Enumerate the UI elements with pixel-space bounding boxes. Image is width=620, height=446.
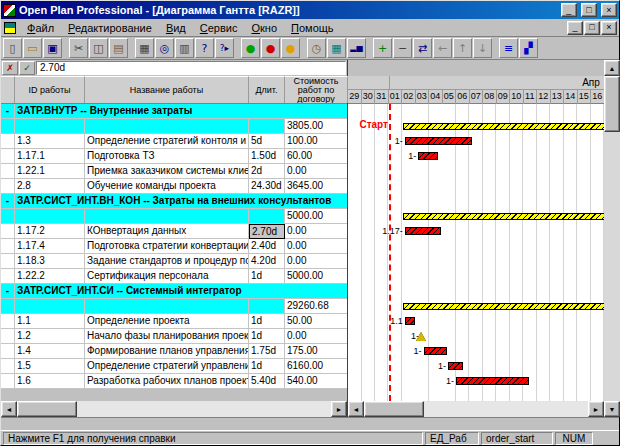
header-cost[interactable]: Стоимость работ по договору (285, 76, 348, 103)
total-row[interactable]: 5000.00 (1, 209, 347, 224)
summary-bar[interactable] (403, 123, 604, 130)
task-row[interactable]: 1.22.2Сертификация персонала1d5000.00 (1, 269, 347, 284)
task-bar[interactable] (405, 317, 416, 325)
menu-help[interactable]: Помощь (284, 20, 341, 36)
minimize-button[interactable]: _ (561, 3, 577, 17)
remove-activity-button[interactable]: − (393, 38, 412, 58)
scroll-right-button[interactable]: ► (331, 401, 347, 417)
histogram-button[interactable]: ▂▅ (347, 38, 366, 58)
cell-task-name: Подготовка стратегии конвертации (85, 239, 249, 254)
network-view-button[interactable]: ▞ (519, 38, 538, 58)
collapse-toggle[interactable]: - (1, 104, 15, 119)
total-row[interactable]: 3805.00 (1, 119, 347, 134)
task-row[interactable]: 1.3Определение стратегий контоля и отч5d… (1, 134, 347, 149)
maximize-button[interactable]: □ (581, 3, 597, 17)
clock-button[interactable]: ◷ (307, 38, 326, 58)
task-row[interactable]: 2.8Обучение команды проекта24.30d3645.00 (1, 179, 347, 194)
gantt-row: 1- (348, 374, 604, 389)
help-icon: ? (202, 43, 208, 54)
scroll-left-button[interactable]: ◄ (1, 401, 17, 417)
print-preview-button[interactable]: ◎ (155, 38, 174, 58)
save-file-button[interactable]: ▣ (43, 38, 62, 58)
cancel-edit-button[interactable]: ✗ (2, 61, 18, 75)
vscroll-track[interactable] (604, 132, 620, 401)
close-button[interactable]: × (601, 3, 617, 17)
menu-edit[interactable]: Редактирование (61, 20, 159, 36)
menu-file[interactable]: Файл (20, 20, 61, 36)
scroll-right-button[interactable]: ► (588, 401, 604, 417)
link-activities-button[interactable]: ⇄ (413, 38, 432, 58)
milestone-marker[interactable] (416, 332, 426, 341)
hscroll-track[interactable] (77, 401, 331, 417)
help-button[interactable]: ? (195, 38, 214, 58)
collapse-toggle[interactable]: - (1, 284, 15, 299)
duration-edit-cell[interactable]: 2.70d (249, 224, 285, 239)
confirm-edit-button[interactable]: ✓ (19, 61, 35, 75)
section-row[interactable]: -ЗАТР.ВНУТР -- Внутренние затраты (1, 104, 347, 119)
task-row[interactable]: 1.17.2КОнвертация данных2.70d0.00 (1, 224, 347, 239)
paste-button[interactable]: ▤ (109, 38, 128, 58)
print-button[interactable]: ▦ (135, 38, 154, 58)
collapse-toggle[interactable]: - (1, 194, 15, 209)
task-bar[interactable] (456, 377, 529, 385)
report-button[interactable]: ▥ (175, 38, 194, 58)
hscroll-track[interactable] (424, 401, 588, 417)
child-restore-button[interactable]: □ (584, 21, 600, 35)
open-folder-button[interactable]: ▭ (23, 38, 42, 58)
copy-button[interactable]: ◫ (89, 38, 108, 58)
cell-task-id (15, 209, 85, 224)
task-row[interactable]: 1.17.1Подготовка ТЗ1.50d60.00 (1, 149, 347, 164)
cell-task-id: 1.17.1 (15, 149, 85, 164)
task-row[interactable]: 1.17.4Подготовка стратегии конвертации2.… (1, 239, 347, 254)
start-line-marker (389, 104, 391, 401)
header-task-id[interactable]: ID работы (15, 76, 85, 103)
gantt-view-button[interactable]: ≡ (499, 38, 518, 58)
task-bar[interactable] (405, 227, 441, 235)
hscroll-thumb[interactable] (364, 401, 424, 417)
hscroll-thumb[interactable] (17, 401, 77, 417)
task-row[interactable]: 1.4Формирование планов управления1.75d17… (1, 344, 347, 359)
day-header-cell: 30 (362, 90, 376, 104)
scroll-up-button[interactable]: ▲ (604, 60, 620, 76)
day-header-cell: 29 (348, 90, 362, 104)
progress-red-button[interactable]: ● (261, 38, 280, 58)
gantt-header: Апр 293031010203040506070809101112131415… (348, 76, 604, 104)
task-bar[interactable] (405, 137, 473, 145)
section-row[interactable]: -ЗАТР.СИСТ_ИНТ.ВН_КОН -- Затраты на внеш… (1, 194, 347, 209)
summary-bar[interactable] (403, 303, 604, 310)
calendar-button[interactable]: ▦ (327, 38, 346, 58)
task-row[interactable]: 1.5Определение стратегий управления и1d6… (1, 359, 347, 374)
task-row[interactable]: 1.1Определение проекта1d50.00 (1, 314, 347, 329)
menu-view[interactable]: Вид (159, 20, 193, 36)
header-task-name[interactable]: Название работы (85, 76, 249, 103)
progress-yellow-button[interactable]: ● (281, 38, 300, 58)
add-activity-button[interactable]: + (373, 38, 392, 58)
child-window-icon[interactable] (4, 22, 16, 34)
progress-green-button[interactable]: ● (241, 38, 260, 58)
summary-bar[interactable] (403, 213, 604, 220)
scroll-left-button[interactable]: ◄ (348, 401, 364, 417)
row-gutter (1, 239, 15, 254)
new-file-button[interactable]: ▯ (3, 38, 22, 58)
menu-service[interactable]: Сервис (193, 20, 245, 36)
cell-cost: 0.00 (285, 164, 347, 179)
section-row[interactable]: -ЗАТР.СИСТ_ИНТ.СИ -- Системный интеграто… (1, 284, 347, 299)
child-close-button[interactable]: × (601, 21, 617, 35)
task-bar[interactable] (448, 362, 463, 370)
day-header-cell: 01 (389, 90, 403, 104)
task-bar[interactable] (424, 347, 448, 355)
task-row[interactable]: 1.6Разработка рабочих планов проекта5.40… (1, 374, 347, 389)
context-help-button[interactable]: ?▸ (215, 38, 234, 58)
child-minimize-button[interactable]: _ (567, 21, 583, 35)
cut-button[interactable]: ✂ (69, 38, 88, 58)
menu-window[interactable]: Окно (244, 20, 284, 36)
vscroll-thumb[interactable] (604, 76, 620, 132)
edit-field[interactable]: 2.70d (36, 61, 346, 75)
scroll-down-button[interactable]: ▼ (604, 401, 620, 417)
task-bar[interactable] (418, 152, 438, 160)
task-row[interactable]: 1.18.3Задание стандартов и процедур по д… (1, 254, 347, 269)
header-duration[interactable]: Длит. (249, 76, 285, 103)
total-row[interactable]: 29260.68 (1, 299, 347, 314)
task-row[interactable]: 1.22.1Приемка заказчиком системы клиент2… (1, 164, 347, 179)
task-row[interactable]: 1.2Начало фазы планирования проекта1d0.0… (1, 329, 347, 344)
